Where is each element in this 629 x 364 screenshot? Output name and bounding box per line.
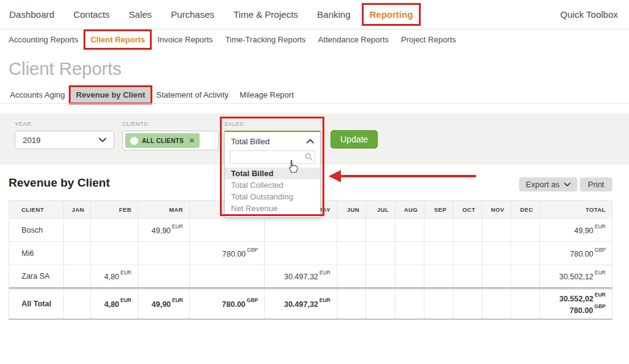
column-header-jul: JUL bbox=[366, 201, 396, 219]
subnav-item-invoice-reports[interactable]: Invoice Reports bbox=[157, 35, 213, 44]
all-clients-chip[interactable]: ALL CLIENTS ✕ bbox=[125, 133, 200, 148]
table-cell bbox=[190, 265, 265, 288]
nav-item-dashboard[interactable]: Dashboard bbox=[9, 9, 54, 20]
chip-dot-icon bbox=[130, 137, 138, 145]
table-cell bbox=[91, 219, 138, 242]
table-cell bbox=[424, 219, 453, 242]
client-name: All Total bbox=[9, 288, 64, 319]
red-arrow bbox=[340, 175, 476, 177]
table-cell bbox=[337, 219, 366, 242]
sales-select[interactable]: Total Billed bbox=[225, 132, 320, 150]
sub-nav-items: Accounting ReportsClient ReportsInvoice … bbox=[0, 30, 629, 49]
chevron-down-icon bbox=[99, 137, 106, 142]
tab-item-revenue-by-client[interactable]: Revenue by Client bbox=[71, 87, 151, 103]
clients-field[interactable]: ALL CLIENTS ✕ bbox=[122, 131, 219, 150]
table-cell bbox=[64, 242, 91, 265]
tabs-divider bbox=[0, 103, 629, 104]
table-cell: 49,90EUR bbox=[138, 288, 190, 319]
table-cell: 4,80EUR bbox=[91, 288, 138, 319]
tab-item-statement-of-activity[interactable]: Statement of Activity bbox=[156, 90, 229, 99]
year-label: YEAR: bbox=[15, 121, 114, 128]
nav-item-banking[interactable]: Banking bbox=[317, 9, 350, 20]
column-header-oct: OCT bbox=[453, 201, 482, 219]
quick-toolbox-link[interactable]: Quick Toolbox bbox=[560, 9, 618, 20]
table-row: Bosch49,90EUR49,90EUR bbox=[9, 219, 612, 242]
subnav-item-project-reports[interactable]: Project Reports bbox=[401, 35, 456, 44]
table-cell bbox=[453, 219, 482, 242]
column-header-jan: JAN bbox=[64, 201, 91, 219]
table-cell bbox=[511, 242, 540, 265]
clients-label: CLIENTS: bbox=[122, 121, 219, 128]
nav-item-contacts[interactable]: Contacts bbox=[73, 9, 109, 20]
red-arrow-head-icon bbox=[329, 170, 341, 182]
subnav-item-time-tracking-reports[interactable]: Time-Tracking Reports bbox=[225, 35, 306, 44]
year-value: 2019 bbox=[23, 136, 41, 145]
table-cell bbox=[424, 242, 453, 265]
table-cell: 49,90EUR bbox=[138, 219, 190, 242]
table-cell bbox=[453, 265, 482, 288]
table-cell bbox=[337, 288, 366, 319]
subnav-item-client-reports[interactable]: Client Reports bbox=[85, 31, 150, 48]
tab-item-accounts-aging[interactable]: Accounts Aging bbox=[10, 90, 65, 99]
report-tabs: Accounts AgingRevenue by ClientStatement… bbox=[10, 90, 294, 99]
table-cell bbox=[190, 219, 265, 242]
export-as-button[interactable]: Export as bbox=[519, 177, 577, 192]
sales-dropdown-panel: Total Billed Total BilledTotal Collected… bbox=[224, 131, 321, 218]
app-window: DashboardContactsSalesPurchasesTime & Pr… bbox=[0, 0, 629, 364]
table-cell bbox=[64, 265, 91, 288]
table-row: Zara SA4,80EUR30.497,32EUR30.502,12EUR bbox=[9, 265, 612, 288]
table-body: Bosch49,90EUR49,90EURMi6780.00GBP780.00G… bbox=[9, 219, 612, 288]
dropdown-option-total-collected[interactable]: Total Collected bbox=[225, 179, 320, 191]
dropdown-search-input[interactable] bbox=[230, 150, 315, 164]
nav-item-time-projects[interactable]: Time & Projects bbox=[233, 9, 298, 20]
table-cell: 780.00GBP bbox=[190, 242, 265, 265]
table-cell bbox=[482, 242, 511, 265]
dropdown-search bbox=[230, 150, 315, 164]
table-foot: All Total4,80EUR49,90EUR780.00GBP30.497,… bbox=[9, 288, 612, 319]
clients-filter: CLIENTS: ALL CLIENTS ✕ bbox=[122, 121, 219, 150]
table-cell bbox=[482, 265, 511, 288]
column-header-sep: SEP bbox=[424, 201, 453, 219]
table-cell bbox=[366, 242, 396, 265]
table-cell bbox=[482, 288, 511, 319]
table-cell bbox=[396, 219, 424, 242]
table-cell: 30.497,32EUR bbox=[265, 288, 337, 319]
sales-selected-value: Total Billed bbox=[231, 137, 270, 146]
tab-item-mileage-report[interactable]: Mileage Report bbox=[240, 90, 294, 99]
subnav-item-accounting-reports[interactable]: Accounting Reports bbox=[9, 35, 78, 44]
total-cell: 780.00GBP bbox=[540, 242, 612, 265]
client-name: Mi6 bbox=[9, 242, 64, 265]
dropdown-option-total-outstanding[interactable]: Total Outstanding bbox=[225, 191, 320, 203]
dropdown-option-total-billed[interactable]: Total Billed bbox=[225, 168, 320, 179]
client-name: Zara SA bbox=[9, 265, 64, 288]
nav-item-sales[interactable]: Sales bbox=[129, 9, 152, 20]
table-cell bbox=[64, 219, 91, 242]
table-cell bbox=[366, 219, 396, 242]
client-name: Bosch bbox=[9, 219, 64, 242]
nav-item-reporting[interactable]: Reporting bbox=[364, 5, 420, 24]
nav-item-purchases[interactable]: Purchases bbox=[171, 9, 214, 20]
column-header-jun: JUN bbox=[337, 201, 366, 219]
chevron-up-icon bbox=[307, 139, 314, 144]
subnav-item-attendance-reports[interactable]: Attendance Reports bbox=[318, 35, 389, 44]
chip-remove-icon[interactable]: ✕ bbox=[189, 136, 195, 145]
year-select[interactable]: 2019 bbox=[15, 131, 114, 149]
table-cell bbox=[453, 288, 482, 319]
table-cell bbox=[511, 219, 540, 242]
table-cell bbox=[265, 242, 337, 265]
dropdown-option-net-revenue[interactable]: Net Revenue bbox=[225, 203, 320, 214]
table-cell bbox=[337, 265, 366, 288]
revenue-table: CLIENTJANFEBMARAPRMAYJUNJULAUGSEPOCTNOVD… bbox=[9, 200, 612, 320]
top-nav: DashboardContactsSalesPurchasesTime & Pr… bbox=[0, 0, 629, 29]
update-button[interactable]: Update bbox=[330, 130, 378, 149]
sales-filter: SALES: Total Billed Total BilledTotal Co… bbox=[224, 121, 321, 218]
export-as-label: Export as bbox=[526, 180, 560, 189]
table-cell bbox=[366, 288, 396, 319]
column-header-mar: MAR bbox=[138, 201, 190, 219]
search-icon bbox=[305, 153, 313, 161]
table-cell bbox=[337, 242, 366, 265]
column-header-total: TOTAL bbox=[540, 201, 612, 219]
table-cell bbox=[396, 288, 424, 319]
print-button[interactable]: Print bbox=[580, 177, 612, 192]
table-cell bbox=[396, 242, 424, 265]
